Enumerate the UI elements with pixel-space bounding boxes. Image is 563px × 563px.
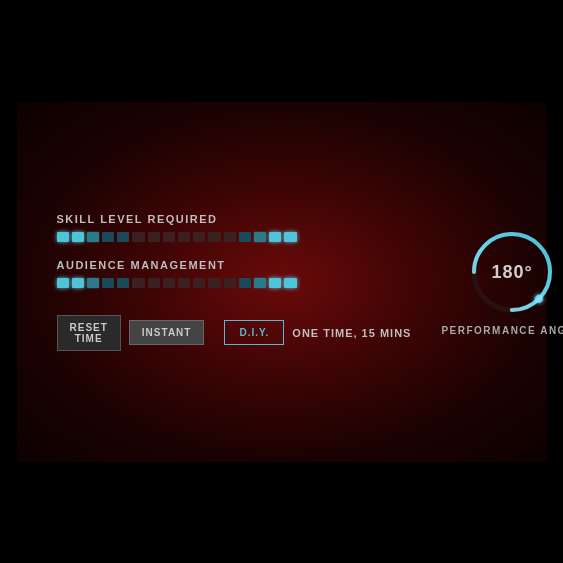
bar-segment bbox=[132, 278, 144, 288]
bar-segment bbox=[239, 232, 251, 242]
bar-segment bbox=[117, 278, 129, 288]
reset-time-button[interactable]: RESET TIME bbox=[57, 315, 121, 351]
audience-management-stat: AUDIENCE MANAGEMENT bbox=[57, 259, 412, 289]
bar-segment bbox=[269, 232, 281, 242]
bar-segment bbox=[87, 232, 99, 242]
right-section: 180° PERFORMANCE ANGLE bbox=[441, 227, 563, 336]
bar-segment bbox=[132, 232, 144, 242]
bar-segment bbox=[87, 278, 99, 288]
bar-segment bbox=[178, 278, 190, 288]
bar-segment bbox=[208, 278, 220, 288]
bar-segment bbox=[102, 232, 114, 242]
diy-group: D.I.Y. ONE TIME, 15 MINS bbox=[204, 320, 411, 345]
bar-segment bbox=[193, 278, 205, 288]
bar-segment bbox=[148, 278, 160, 288]
main-screen: SKILL LEVEL REQUIRED AUDIENCE MANAGEMENT… bbox=[17, 102, 547, 462]
one-time-label: ONE TIME, 15 MINS bbox=[292, 327, 411, 339]
audience-management-bar bbox=[57, 277, 297, 289]
bar-segment bbox=[254, 232, 266, 242]
bar-segment bbox=[239, 278, 251, 288]
bar-segment bbox=[72, 278, 84, 288]
bar-segment bbox=[208, 232, 220, 242]
gauge-value: 180° bbox=[491, 262, 532, 283]
skill-level-stat: SKILL LEVEL REQUIRED bbox=[57, 213, 412, 243]
reset-time-group: RESET TIME INSTANT bbox=[57, 315, 205, 351]
bar-segment bbox=[72, 232, 84, 242]
diy-button[interactable]: D.I.Y. bbox=[224, 320, 284, 345]
instant-button[interactable]: INSTANT bbox=[129, 320, 205, 345]
skill-level-label: SKILL LEVEL REQUIRED bbox=[57, 213, 412, 225]
skill-level-bar bbox=[57, 231, 297, 243]
bar-segment bbox=[193, 232, 205, 242]
bar-segment bbox=[178, 232, 190, 242]
bar-segment bbox=[117, 232, 129, 242]
bar-segment bbox=[57, 232, 69, 242]
performance-gauge: 180° bbox=[467, 227, 557, 317]
bar-segment bbox=[163, 232, 175, 242]
bar-segment bbox=[254, 278, 266, 288]
bar-segment bbox=[269, 278, 281, 288]
bar-segment bbox=[148, 232, 160, 242]
content-area: SKILL LEVEL REQUIRED AUDIENCE MANAGEMENT… bbox=[17, 193, 547, 371]
bar-segment bbox=[57, 278, 69, 288]
left-section: SKILL LEVEL REQUIRED AUDIENCE MANAGEMENT… bbox=[57, 213, 412, 351]
bar-segment bbox=[224, 278, 236, 288]
bar-segment bbox=[224, 232, 236, 242]
bar-segment bbox=[284, 278, 296, 288]
bar-segment bbox=[102, 278, 114, 288]
bar-segment bbox=[163, 278, 175, 288]
audience-management-label: AUDIENCE MANAGEMENT bbox=[57, 259, 412, 271]
bar-segment bbox=[284, 232, 296, 242]
performance-angle-label: PERFORMANCE ANGLE bbox=[441, 325, 563, 336]
bottom-row: RESET TIME INSTANT D.I.Y. ONE TIME, 15 M… bbox=[57, 305, 412, 351]
